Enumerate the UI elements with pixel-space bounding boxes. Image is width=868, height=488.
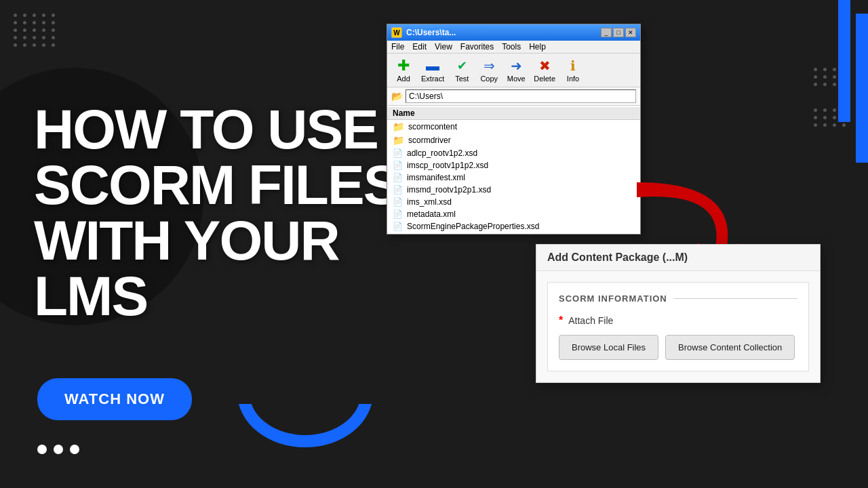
- toolbar-add[interactable]: ✚ Add: [391, 56, 416, 84]
- list-item[interactable]: 📄 imsmd_rootv1p2p1.xsd: [387, 184, 640, 196]
- toolbar-extract-label: Extract: [421, 75, 444, 83]
- file-name: adlcp_rootv1p2.xsd: [407, 148, 477, 158]
- delete-icon: ✖: [536, 58, 553, 74]
- add-icon: ✚: [395, 58, 412, 74]
- toolbar-delete-label: Delete: [534, 75, 555, 83]
- toolbar-test-label: Test: [455, 75, 469, 83]
- toolbar-move[interactable]: ➜ Move: [504, 56, 528, 84]
- address-input[interactable]: C:\Users\: [406, 89, 636, 103]
- menu-file[interactable]: File: [391, 42, 404, 52]
- list-item[interactable]: 📄 ims_xml.xsd: [387, 196, 640, 208]
- toolbar-copy[interactable]: ⇒ Copy: [477, 56, 501, 84]
- browse-buttons-row: Browse Local Files Browse Content Collec…: [559, 335, 797, 360]
- file-icon: 📄: [393, 173, 403, 182]
- winrar-window: W C:\Users\ta... _ □ ✕ File Edit View Fa…: [387, 24, 641, 235]
- toolbar-copy-label: Copy: [480, 75, 498, 83]
- window-controls[interactable]: _ □ ✕: [601, 28, 636, 37]
- decorative-dots-topleft: [14, 14, 57, 47]
- winrar-file-list: Name 📁 scormcontent 📁 scormdriver 📄 adlc…: [387, 106, 640, 234]
- toolbar-test[interactable]: ✔ Test: [450, 56, 474, 84]
- list-item[interactable]: 📄 imscp_rootv1p1p2.xsd: [387, 159, 640, 171]
- info-icon: ℹ: [565, 58, 581, 74]
- winrar-app-icon: W: [391, 27, 402, 38]
- heading-line2: SCORM FILES: [34, 154, 399, 216]
- list-item[interactable]: 📄 ScormEnginePackageProperties.xsd: [387, 220, 640, 232]
- close-button[interactable]: ✕: [625, 28, 636, 37]
- winrar-addressbar: 📂 C:\Users\: [387, 87, 640, 106]
- file-name: ScormEnginePackageProperties.xsd: [407, 222, 539, 231]
- list-item[interactable]: 📄 metadata.xml: [387, 208, 640, 220]
- file-icon: 📄: [393, 222, 403, 231]
- toolbar-info-label: Info: [567, 75, 579, 83]
- toolbar-delete[interactable]: ✖ Delete: [531, 56, 558, 84]
- menu-edit[interactable]: Edit: [412, 42, 427, 52]
- file-name: imscp_rootv1p1p2.xsd: [407, 161, 488, 170]
- test-icon: ✔: [454, 58, 470, 74]
- lms-dialog: Add Content Package (...M) SCORM INFORMA…: [536, 244, 821, 383]
- dialog-title: Add Content Package (...M): [547, 251, 688, 263]
- list-item[interactable]: 📄 imsmanifest.xml: [387, 171, 640, 184]
- folder-icon: 📁: [393, 135, 404, 146]
- copy-icon: ⇒: [481, 58, 497, 74]
- folder-icon: 📁: [393, 121, 404, 132]
- dialog-body: SCORM INFORMATION * Attach File Browse L…: [536, 271, 820, 382]
- list-item[interactable]: 📁 scormcontent: [387, 120, 640, 134]
- heading-line1: HOW TO USE: [34, 98, 378, 160]
- file-name: metadata.xml: [407, 209, 456, 219]
- menu-tools[interactable]: Tools: [502, 42, 521, 52]
- file-name: ims_xml.xsd: [407, 197, 452, 207]
- scorm-section-label: SCORM INFORMATION: [559, 293, 667, 304]
- file-name: scormdriver: [408, 136, 451, 145]
- toolbar-add-label: Add: [397, 75, 410, 83]
- extract-icon: ▬: [425, 58, 441, 74]
- toolbar-info[interactable]: ℹ Info: [561, 56, 585, 84]
- file-name: imsmd_rootv1p2p1.xsd: [407, 185, 491, 195]
- file-icon: 📄: [393, 197, 403, 207]
- winrar-title: C:\Users\ta...: [406, 28, 456, 37]
- three-dots-decoration: [37, 445, 79, 454]
- heading-line3: WITH YOUR LMS: [34, 209, 339, 327]
- dialog-titlebar: Add Content Package (...M): [536, 245, 820, 271]
- maximize-button[interactable]: □: [613, 28, 624, 37]
- winrar-toolbar: ✚ Add ▬ Extract ✔ Test ⇒ Copy ➜ Move ✖ D…: [387, 54, 640, 87]
- menu-view[interactable]: View: [435, 42, 452, 52]
- file-icon: 📄: [393, 185, 403, 195]
- file-name: imsmanifest.xml: [407, 173, 465, 182]
- file-icon: 📄: [393, 148, 403, 158]
- minimize-button[interactable]: _: [601, 28, 612, 37]
- required-asterisk: *: [559, 314, 563, 327]
- toolbar-move-label: Move: [507, 75, 526, 83]
- scorm-info-section-header: SCORM INFORMATION: [559, 293, 797, 304]
- move-icon: ➜: [508, 58, 524, 74]
- file-icon: 📄: [393, 209, 403, 219]
- main-heading: HOW TO USE SCORM FILES WITH YOUR LMS: [34, 102, 414, 324]
- list-item[interactable]: 📄 adlcp_rootv1p2.xsd: [387, 147, 640, 159]
- toolbar-extract[interactable]: ▬ Extract: [418, 56, 447, 84]
- menu-help[interactable]: Help: [529, 42, 546, 52]
- list-item[interactable]: 📁 scormdriver: [387, 134, 640, 147]
- file-icon: 📄: [393, 161, 403, 170]
- browse-content-collection-button[interactable]: Browse Content Collection: [665, 335, 795, 360]
- menu-favorites[interactable]: Favorites: [460, 42, 494, 52]
- winrar-titlebar: W C:\Users\ta... _ □ ✕: [387, 24, 640, 41]
- blue-bars-decoration: [838, 0, 868, 163]
- attach-file-row: * Attach File: [559, 314, 797, 327]
- file-name: scormcontent: [408, 122, 457, 131]
- folder-nav-icon: 📂: [391, 91, 403, 102]
- attach-file-label: Attach File: [568, 315, 613, 326]
- file-list-header: Name: [387, 107, 640, 120]
- watch-now-button[interactable]: WATCH NOW: [37, 378, 192, 420]
- winrar-menubar: File Edit View Favorites Tools Help: [387, 41, 640, 54]
- browse-local-files-button[interactable]: Browse Local Files: [559, 335, 658, 360]
